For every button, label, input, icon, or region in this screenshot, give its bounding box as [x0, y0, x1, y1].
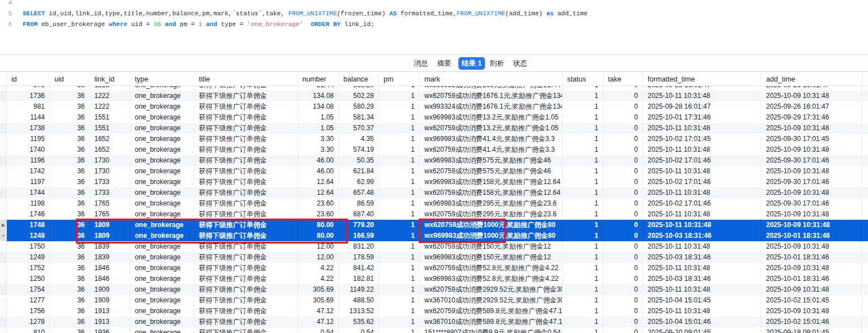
cell-uid[interactable]: 36 — [50, 274, 90, 284]
cell-pm[interactable]: 1 — [379, 101, 420, 112]
cell-balance[interactable]: 570.37 — [339, 123, 379, 134]
cell-number[interactable]: 46.00 — [298, 155, 339, 166]
cell-id[interactable]: 1744 — [7, 187, 50, 198]
cell-type[interactable]: one_brokerage — [130, 295, 194, 306]
cell-id[interactable]: 1750 — [7, 241, 50, 252]
cell-title[interactable]: 获得下级推广订单佣金 — [194, 317, 298, 327]
cell-formatted_time[interactable]: 2025-10-11 10:31:48 — [643, 91, 761, 101]
cell-add_time[interactable]: 2025-10-09 10:31:48 — [761, 306, 862, 317]
cell-uid[interactable]: 36 — [50, 263, 90, 274]
cell-take[interactable]: 0 — [603, 252, 643, 263]
cell-number[interactable]: 12.64 — [298, 187, 339, 198]
cell-balance[interactable]: 0.54 — [339, 327, 379, 333]
cell-formatted_time[interactable]: 2025-10-03 18:31:46 — [643, 230, 761, 241]
cell-id[interactable]: 1195 — [7, 134, 50, 144]
cell-id[interactable]: 1197 — [7, 177, 50, 187]
cell-formatted_time[interactable]: 2025-10-11 10:31:48 — [643, 220, 761, 230]
cell-take[interactable]: 0 — [603, 177, 643, 187]
cell-uid[interactable]: 36 — [50, 91, 90, 101]
cell-balance[interactable]: 580.29 — [339, 101, 379, 112]
cell-add_time[interactable]: 2025-10-09 10:31:48 — [761, 187, 862, 198]
sql-line[interactable]: 4 — [0, 0, 868, 8]
cell-formatted_time[interactable]: 2025-10-02 17:01:46 — [643, 198, 761, 209]
column-header-type[interactable]: type — [130, 72, 194, 86]
sql-line[interactable]: 6FROM eb_user_brokerage where uid = 36 a… — [0, 19, 868, 30]
cell-type[interactable]: one_brokerage — [130, 263, 194, 274]
cell-title[interactable]: 获得下级推广订单佣金 — [194, 327, 298, 333]
table-row[interactable]: 1740361652one_brokerage获得下级推广订单佣金3.30574… — [0, 144, 868, 155]
cell-status[interactable]: 1 — [563, 166, 603, 177]
cell-title[interactable]: 获得下级推广订单佣金 — [194, 144, 298, 155]
cell-link_id[interactable]: 1846 — [90, 263, 131, 274]
cell-balance[interactable]: 502.28 — [339, 91, 379, 101]
column-header-id[interactable]: id — [7, 72, 50, 86]
cell-type[interactable]: one_brokerage — [130, 144, 194, 155]
cell-number[interactable]: 23.60 — [298, 198, 339, 209]
cell-status[interactable]: 1 — [563, 241, 603, 252]
table-row[interactable]: 1744361733one_brokerage获得下级推广订单佣金12.6465… — [0, 187, 868, 198]
cell-title[interactable]: 获得下级推广订单佣金 — [194, 155, 298, 166]
cell-mark[interactable]: wx969983成功消费41.4元,奖励推广佣金3.3 — [420, 134, 563, 144]
cell-title[interactable]: 获得下级推广订单佣金 — [194, 198, 298, 209]
cell-mark[interactable]: wx620759成功消费158元,奖励推广佣金12.64 — [420, 187, 563, 198]
cell-take[interactable]: 0 — [603, 101, 643, 112]
cell-balance[interactable]: 1313.52 — [339, 306, 379, 317]
cell-uid[interactable]: 36 — [50, 155, 90, 166]
cell-id[interactable]: 1756 — [7, 306, 50, 317]
cell-status[interactable]: 1 — [563, 284, 603, 295]
cell-mark[interactable]: wx969983成功消费13.2元,奖励推广佣金1.05 — [420, 112, 563, 123]
cell-mark[interactable]: wx367010成功消费2929.52元,奖励推广佣金305.69 — [420, 295, 563, 306]
cell-number[interactable]: 1.05 — [298, 123, 339, 134]
column-header-add_time[interactable]: add_time — [761, 72, 862, 86]
cell-mark[interactable]: wx620759成功消费589.8元,奖励推广佣金47.12 — [420, 306, 563, 317]
table-row[interactable]: 981361222one_brokerage获得下级推广订单佣金134.0858… — [0, 101, 868, 112]
cell-pm[interactable]: 1 — [379, 91, 420, 101]
cell-uid[interactable]: 36 — [50, 306, 90, 317]
table-row[interactable]: 1756361913one_brokerage获得下级推广订单佣金47.1213… — [0, 306, 868, 317]
cell-uid[interactable]: 36 — [50, 134, 90, 144]
cell-link_id[interactable]: 1222 — [90, 101, 131, 112]
cell-balance[interactable]: 178.59 — [339, 252, 379, 263]
cell-add_time[interactable]: 2025-09-26 16:01:47 — [761, 101, 862, 112]
cell-title[interactable]: 获得下级推广订单佣金 — [194, 263, 298, 274]
cell-title[interactable]: 获得下级推广订单佣金 — [194, 123, 298, 134]
table-row[interactable]: 1738361551one_brokerage获得下级推广订单佣金1.05570… — [0, 123, 868, 134]
table-row[interactable]: 1277361909one_brokerage获得下级推广订单佣金305.694… — [0, 295, 868, 306]
cell-take[interactable]: 0 — [603, 91, 643, 101]
table-row[interactable]: 1752361846one_brokerage获得下级推广订单佣金4.22841… — [0, 263, 868, 274]
cell-status[interactable]: 1 — [563, 187, 603, 198]
cell-add_time[interactable]: 2025-10-01 18:31:46 — [761, 274, 862, 284]
cell-id[interactable]: 1752 — [7, 263, 50, 274]
cell-formatted_time[interactable]: 2025-10-11 10:31:48 — [643, 123, 761, 134]
cell-id[interactable]: 1740 — [7, 144, 50, 155]
column-header-balance[interactable]: balance — [339, 72, 379, 86]
cell-id[interactable]: 1748 — [7, 220, 50, 230]
cell-add_time[interactable]: 2025-09-30 17:01:46 — [761, 198, 862, 209]
cell-link_id[interactable]: 1652 — [90, 134, 131, 144]
cell-mark[interactable]: wx993324成功消费1676.1元,奖励推广佣金134.08 — [420, 101, 563, 112]
cell-formatted_time[interactable]: 2025-09-20 09:01:45 — [643, 327, 761, 333]
cell-mark[interactable]: wx620759成功消费13.2元,奖励推广佣金1.05 — [420, 123, 563, 134]
cell-title[interactable]: 获得下级推广订单佣金 — [194, 187, 298, 198]
cell-uid[interactable]: 36 — [50, 123, 90, 134]
cell-formatted_time[interactable]: 2025-10-11 10:31:48 — [643, 166, 761, 177]
cell-add_time[interactable]: 2025-10-09 10:31:48 — [761, 144, 862, 155]
tab-active-结果 1[interactable]: 结果 1 — [458, 57, 485, 70]
cell-type[interactable]: one_brokerage — [130, 155, 194, 166]
cell-link_id[interactable]: 1913 — [90, 317, 131, 327]
cell-pm[interactable]: 1 — [379, 252, 420, 263]
cell-take[interactable]: 0 — [603, 155, 643, 166]
cell-take[interactable]: 0 — [603, 134, 643, 144]
cell-id[interactable]: 810 — [7, 327, 50, 333]
cell-number[interactable]: 305.69 — [298, 295, 339, 306]
cell-number[interactable]: 47.12 — [298, 317, 339, 327]
cell-status[interactable]: 1 — [563, 295, 603, 306]
cell-mark[interactable]: wx969983成功消费150元,奖励推广佣金12 — [420, 252, 563, 263]
cell-pm[interactable]: 1 — [379, 306, 420, 317]
cell-take[interactable]: 0 — [603, 306, 643, 317]
table-row[interactable]: 1197361733one_brokerage获得下级推广订单佣金12.6462… — [0, 177, 868, 187]
cell-add_time[interactable]: 2025-10-09 10:31:48 — [761, 284, 862, 295]
cell-mark[interactable]: wx969983成功消费295元,奖励推广佣金23.6 — [420, 198, 563, 209]
table-row[interactable]: 1742361730one_brokerage获得下级推广订单佣金46.0062… — [0, 166, 868, 177]
tab-消息[interactable]: 消息 — [412, 57, 429, 70]
